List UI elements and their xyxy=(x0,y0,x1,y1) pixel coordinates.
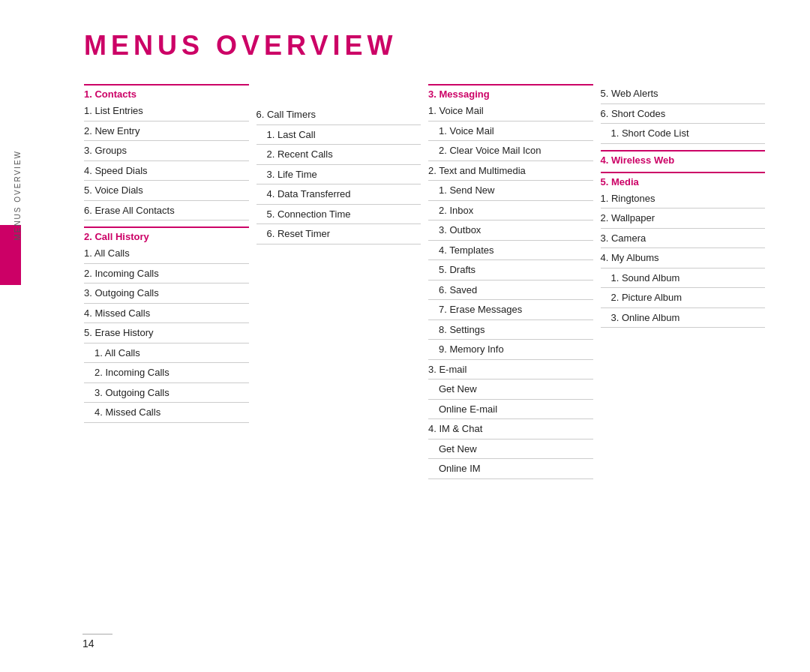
menu-item: 2. Clear Voice Mail Icon xyxy=(428,141,593,161)
menu-item: 3. Outbox xyxy=(428,220,593,241)
menu-item: 6. Reset Timer xyxy=(256,224,422,244)
column-4: 5. Web Alerts6. Short Codes1. Short Code… xyxy=(601,84,773,479)
menu-item: 2. Incoming Calls xyxy=(84,363,249,383)
section-header-1-2: 2. Call History xyxy=(84,226,249,242)
menu-item: Online E-mail xyxy=(428,400,593,420)
menu-item: 4. My Albums xyxy=(601,248,766,268)
page-title: MENUS OVERVIEW xyxy=(84,30,772,62)
column-3: 3. Messaging1. Voice Mail1. Voice Mail2.… xyxy=(428,84,601,479)
menu-item: 2. Wallpaper xyxy=(601,208,766,229)
sidebar-label: MENUS OVERVIEW xyxy=(14,150,22,241)
menu-item: 7. Erase Messages xyxy=(428,300,593,320)
menu-item: 6. Short Codes xyxy=(601,104,766,124)
menu-item: 3. Outgoing Calls xyxy=(84,284,249,304)
menu-item: 4. Missed Calls xyxy=(84,304,249,324)
page-number: 14 xyxy=(82,634,112,650)
menu-item: 4. Missed Calls xyxy=(84,403,249,423)
menu-item: 1. Last Call xyxy=(256,125,422,146)
menu-item: 1. All Calls xyxy=(84,344,249,364)
menu-item: 4. IM & Chat xyxy=(428,419,593,440)
menu-item: 1. Voice Mail xyxy=(428,101,593,122)
section-header-1-1: 1. Contacts xyxy=(84,84,249,100)
menu-item: 1. All Calls xyxy=(84,244,249,264)
menu-item: 2. Picture Album xyxy=(601,288,766,308)
menu-item: 2. Recent Calls xyxy=(256,145,422,165)
menu-item: 3. Camera xyxy=(601,229,766,249)
column-2: 6. Call Timers1. Last Call2. Recent Call… xyxy=(256,84,429,479)
menu-item: 1. Short Code List xyxy=(601,124,766,144)
menu-item: 5. Erase History xyxy=(84,323,249,344)
menu-item: 3. Groups xyxy=(84,141,249,161)
menu-item: 9. Memory Info xyxy=(428,340,593,360)
menu-item: 1. Sound Album xyxy=(601,268,766,289)
columns-container: 1. Contacts1. List Entries2. New Entry3.… xyxy=(84,84,772,479)
menu-item: Get New xyxy=(428,440,593,460)
menu-item: 3. E-mail xyxy=(428,360,593,380)
menu-item: 3. Life Time xyxy=(256,165,422,185)
menu-item: 2. Incoming Calls xyxy=(84,264,249,284)
menu-item: 6. Erase All Contacts xyxy=(84,201,249,221)
spacer xyxy=(256,84,422,105)
menu-item: Get New xyxy=(428,380,593,400)
menu-item: Online IM xyxy=(428,459,593,479)
menu-item: 4. Templates xyxy=(428,241,593,261)
menu-item: 1. Send New xyxy=(428,181,593,201)
section-header-4-2: 4. Wireless Web xyxy=(601,150,766,166)
menu-item: 5. Connection Time xyxy=(256,205,422,225)
menu-item: 6. Call Timers xyxy=(256,105,422,125)
menu-item: 4. Speed Dials xyxy=(84,161,249,182)
menu-item: 3. Online Album xyxy=(601,308,766,328)
menu-item: 5. Web Alerts xyxy=(601,84,766,104)
menu-item: 4. Data Transferred xyxy=(256,184,422,205)
menu-item: 1. List Entries xyxy=(84,101,249,122)
menu-item: 5. Voice Dials xyxy=(84,181,249,201)
menu-item: 5. Drafts xyxy=(428,260,593,280)
column-1: 1. Contacts1. List Entries2. New Entry3.… xyxy=(84,84,256,479)
menu-item: 2. Text and Multimedia xyxy=(428,161,593,182)
page: MENUS OVERVIEW MENUS OVERVIEW 1. Contact… xyxy=(0,0,810,672)
sidebar: MENUS OVERVIEW xyxy=(0,0,39,672)
menu-item: 1. Voice Mail xyxy=(428,122,593,142)
menu-item: 8. Settings xyxy=(428,320,593,340)
menu-item: 6. Saved xyxy=(428,280,593,301)
menu-item: 2. New Entry xyxy=(84,122,249,142)
section-header-4-3: 5. Media xyxy=(601,172,766,188)
menu-item: 3. Outgoing Calls xyxy=(84,383,249,404)
menu-item: 2. Inbox xyxy=(428,201,593,221)
main-content: MENUS OVERVIEW 1. Contacts1. List Entrie… xyxy=(39,0,810,672)
menu-item: 1. Ringtones xyxy=(601,189,766,209)
section-header-3-1: 3. Messaging xyxy=(428,84,593,100)
